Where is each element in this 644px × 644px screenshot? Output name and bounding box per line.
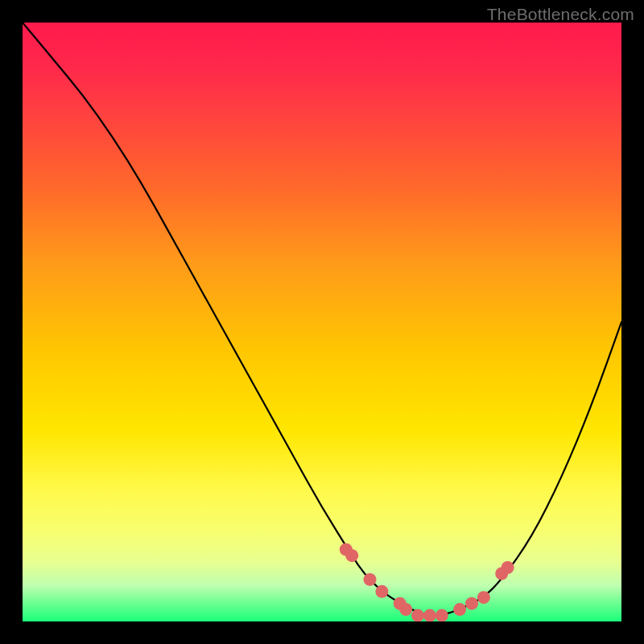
highlighted-point [465,597,478,610]
highlighted-points-group [340,543,514,621]
highlighted-point [364,573,377,586]
highlighted-point [411,609,424,621]
highlighted-point [345,549,358,562]
highlighted-point [477,591,490,604]
highlighted-point [453,603,466,616]
highlighted-point [502,561,514,574]
highlighted-point [399,603,412,616]
watermark-text: TheBottleneck.com [487,5,634,24]
highlighted-point [375,585,388,598]
chart-svg [23,23,621,621]
bottleneck-curve-line [23,23,621,616]
chart-plot-area [23,23,621,621]
highlighted-point [423,609,436,621]
highlighted-point [436,609,448,621]
